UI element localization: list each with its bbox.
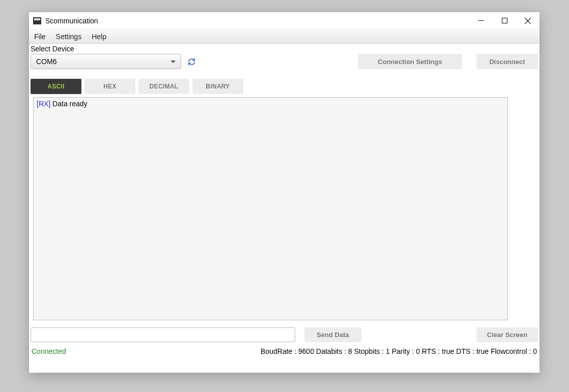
close-button[interactable] — [516, 12, 539, 29]
menubar: File Settings Help — [29, 29, 539, 44]
titlebar: Scommunication — [29, 12, 539, 29]
output-text: Data ready — [50, 100, 87, 108]
send-data-button[interactable]: Send Data — [304, 327, 361, 342]
output-console[interactable]: [RX] Data ready — [33, 97, 508, 320]
svg-rect-1 — [502, 18, 507, 23]
status-bar: Connected BoudRate : 9600 Databits : 8 S… — [31, 347, 538, 355]
app-window: Scommunication File Settings — [29, 12, 539, 373]
menu-file[interactable]: File — [34, 33, 46, 41]
menu-settings[interactable]: Settings — [56, 33, 82, 41]
connection-settings-button[interactable]: Connection Settings — [358, 54, 462, 69]
send-input[interactable] — [31, 327, 295, 342]
device-select[interactable]: COM6 — [31, 54, 181, 69]
content-area: Select Device COM6 Connection Settings D… — [29, 44, 539, 373]
clear-screen-button[interactable]: Clear Screen — [476, 327, 538, 342]
tab-decimal[interactable]: DECIMAL — [138, 79, 189, 94]
tab-binary[interactable]: BINARY — [192, 79, 243, 94]
minimize-button[interactable] — [469, 12, 493, 29]
maximize-button[interactable] — [493, 12, 516, 29]
device-select-value: COM6 — [36, 57, 56, 66]
window-controls — [469, 12, 539, 29]
output-line: [RX] Data ready — [37, 100, 504, 108]
send-row: Send Data Clear Screen — [31, 327, 538, 342]
connection-status: Connected — [32, 347, 66, 355]
window-title: Scommunication — [45, 17, 98, 25]
select-device-label: Select Device — [31, 45, 538, 53]
refresh-icon — [187, 57, 196, 66]
tab-ascii[interactable]: ASCII — [31, 79, 81, 94]
minimize-icon — [478, 18, 484, 23]
chevron-down-icon — [170, 61, 176, 63]
maximize-icon — [502, 18, 507, 23]
connection-info: BoudRate : 9600 Databits : 8 Stopbits : … — [261, 347, 537, 355]
refresh-button[interactable] — [186, 56, 196, 67]
tab-hex[interactable]: HEX — [84, 79, 135, 94]
format-tabs: ASCII HEX DECIMAL BINARY — [31, 79, 538, 94]
menu-help[interactable]: Help — [92, 33, 106, 41]
rx-tag: [RX] — [37, 100, 50, 108]
app-icon — [33, 17, 41, 24]
disconnect-button[interactable]: Disconnect — [476, 54, 538, 69]
close-icon — [525, 18, 531, 24]
device-row: COM6 Connection Settings Disconnect — [31, 54, 538, 69]
